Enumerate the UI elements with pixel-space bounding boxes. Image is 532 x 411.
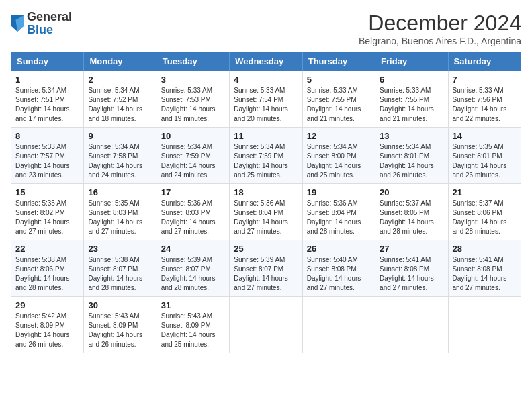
calendar-cell: 17Sunrise: 5:36 AMSunset: 8:03 PMDayligh…	[157, 184, 229, 240]
cell-content: Sunrise: 5:33 AMSunset: 7:55 PMDaylight:…	[307, 86, 371, 124]
day-number: 22	[15, 244, 79, 254]
calendar-cell: 8Sunrise: 5:33 AMSunset: 7:57 PMDaylight…	[11, 128, 84, 184]
day-number: 7	[453, 75, 517, 85]
sunset-text: Sunset: 8:04 PM	[234, 208, 298, 218]
column-header-saturday: Saturday	[448, 52, 521, 71]
month-title: December 2024	[359, 11, 521, 36]
sunrise-text: Sunrise: 5:42 AM	[15, 312, 79, 321]
cell-content: Sunrise: 5:38 AMSunset: 8:06 PMDaylight:…	[15, 255, 79, 293]
day-number: 20	[380, 187, 443, 197]
day-number: 1	[15, 75, 79, 85]
cell-content: Sunrise: 5:40 AMSunset: 8:08 PMDaylight:…	[307, 255, 371, 293]
cell-content: Sunrise: 5:34 AMSunset: 7:58 PMDaylight:…	[88, 142, 152, 180]
logo-general: General	[27, 11, 72, 24]
cell-content: Sunrise: 5:43 AMSunset: 8:09 PMDaylight:…	[88, 312, 152, 349]
sunset-text: Sunset: 7:52 PM	[88, 95, 152, 105]
sunset-text: Sunset: 7:59 PM	[234, 152, 298, 161]
calendar-cell: 22Sunrise: 5:38 AMSunset: 8:06 PMDayligh…	[11, 240, 84, 297]
daylight-text: Daylight: 14 hours and 27 minutes.	[234, 218, 298, 236]
daylight-text: Daylight: 14 hours and 28 minutes.	[307, 218, 371, 236]
sunset-text: Sunset: 8:07 PM	[161, 265, 225, 274]
calendar-cell: 4Sunrise: 5:33 AMSunset: 7:54 PMDaylight…	[230, 71, 302, 128]
daylight-text: Daylight: 14 hours and 25 minutes.	[161, 330, 225, 349]
calendar-cell: 7Sunrise: 5:33 AMSunset: 7:56 PMDaylight…	[448, 71, 521, 128]
calendar-cell: 12Sunrise: 5:34 AMSunset: 8:00 PMDayligh…	[302, 128, 375, 184]
day-number: 3	[161, 75, 225, 85]
sunrise-text: Sunrise: 5:36 AM	[307, 199, 371, 208]
daylight-text: Daylight: 14 hours and 27 minutes.	[88, 218, 152, 236]
sunset-text: Sunset: 7:53 PM	[161, 95, 225, 105]
daylight-text: Daylight: 14 hours and 28 minutes.	[380, 218, 443, 236]
sunrise-text: Sunrise: 5:41 AM	[380, 255, 443, 265]
sunset-text: Sunset: 8:08 PM	[453, 265, 517, 274]
sunrise-text: Sunrise: 5:33 AM	[161, 86, 225, 95]
sunset-text: Sunset: 8:08 PM	[307, 265, 371, 274]
day-number: 31	[161, 300, 225, 310]
column-header-thursday: Thursday	[302, 52, 375, 71]
sunset-text: Sunset: 8:09 PM	[15, 321, 79, 330]
cell-content: Sunrise: 5:41 AMSunset: 8:08 PMDaylight:…	[453, 255, 517, 293]
sunset-text: Sunset: 8:01 PM	[453, 152, 517, 161]
calendar-cell: 1Sunrise: 5:34 AMSunset: 7:51 PMDaylight…	[11, 71, 84, 128]
calendar-cell: 15Sunrise: 5:35 AMSunset: 8:02 PMDayligh…	[11, 184, 84, 240]
cell-content: Sunrise: 5:33 AMSunset: 7:55 PMDaylight:…	[380, 86, 443, 124]
cell-content: Sunrise: 5:41 AMSunset: 8:08 PMDaylight:…	[380, 255, 443, 293]
cell-content: Sunrise: 5:37 AMSunset: 8:05 PMDaylight:…	[380, 199, 443, 236]
day-number: 15	[15, 187, 79, 197]
sunrise-text: Sunrise: 5:33 AM	[15, 142, 79, 152]
calendar-cell: 10Sunrise: 5:34 AMSunset: 7:59 PMDayligh…	[157, 128, 229, 184]
calendar-cell: 19Sunrise: 5:36 AMSunset: 8:04 PMDayligh…	[302, 184, 375, 240]
calendar-cell: 14Sunrise: 5:35 AMSunset: 8:01 PMDayligh…	[448, 128, 521, 184]
calendar-cell	[230, 297, 302, 353]
sunset-text: Sunset: 8:06 PM	[15, 265, 79, 274]
sunrise-text: Sunrise: 5:38 AM	[15, 255, 79, 265]
page-header: General Blue December 2024 Belgrano, Bue…	[11, 11, 521, 46]
cell-content: Sunrise: 5:34 AMSunset: 7:59 PMDaylight:…	[234, 142, 298, 180]
day-number: 29	[15, 300, 79, 310]
calendar-cell	[302, 297, 375, 353]
calendar-cell: 25Sunrise: 5:39 AMSunset: 8:07 PMDayligh…	[230, 240, 302, 297]
daylight-text: Daylight: 14 hours and 21 minutes.	[307, 105, 371, 124]
daylight-text: Daylight: 14 hours and 28 minutes.	[88, 274, 152, 293]
calendar-cell: 20Sunrise: 5:37 AMSunset: 8:05 PMDayligh…	[375, 184, 448, 240]
sunset-text: Sunset: 8:01 PM	[380, 152, 443, 161]
sunset-text: Sunset: 7:59 PM	[161, 152, 225, 161]
cell-content: Sunrise: 5:33 AMSunset: 7:56 PMDaylight:…	[453, 86, 517, 124]
calendar-week-1: 1Sunrise: 5:34 AMSunset: 7:51 PMDaylight…	[11, 71, 521, 128]
day-number: 17	[161, 187, 225, 197]
sunrise-text: Sunrise: 5:33 AM	[380, 86, 443, 95]
calendar-cell: 23Sunrise: 5:38 AMSunset: 8:07 PMDayligh…	[84, 240, 157, 297]
column-header-wednesday: Wednesday	[230, 52, 302, 71]
day-number: 10	[161, 131, 225, 141]
sunset-text: Sunset: 8:07 PM	[234, 265, 298, 274]
sunrise-text: Sunrise: 5:41 AM	[453, 255, 517, 265]
day-number: 25	[234, 244, 298, 254]
daylight-text: Daylight: 14 hours and 17 minutes.	[15, 105, 79, 124]
sunrise-text: Sunrise: 5:38 AM	[88, 255, 152, 265]
sunrise-text: Sunrise: 5:37 AM	[380, 199, 443, 208]
daylight-text: Daylight: 14 hours and 24 minutes.	[161, 161, 225, 180]
day-number: 27	[380, 244, 443, 254]
sunrise-text: Sunrise: 5:39 AM	[161, 255, 225, 265]
calendar-cell	[375, 297, 448, 353]
sunset-text: Sunset: 7:57 PM	[15, 152, 79, 161]
sunset-text: Sunset: 8:09 PM	[161, 321, 225, 330]
daylight-text: Daylight: 14 hours and 27 minutes.	[15, 218, 79, 236]
day-number: 8	[15, 131, 79, 141]
cell-content: Sunrise: 5:37 AMSunset: 8:06 PMDaylight:…	[453, 199, 517, 236]
daylight-text: Daylight: 14 hours and 27 minutes.	[380, 274, 443, 293]
sunrise-text: Sunrise: 5:35 AM	[88, 199, 152, 208]
cell-content: Sunrise: 5:34 AMSunset: 8:00 PMDaylight:…	[307, 142, 371, 180]
calendar-cell: 26Sunrise: 5:40 AMSunset: 8:08 PMDayligh…	[302, 240, 375, 297]
calendar-cell: 29Sunrise: 5:42 AMSunset: 8:09 PMDayligh…	[11, 297, 84, 353]
cell-content: Sunrise: 5:34 AMSunset: 8:01 PMDaylight:…	[380, 142, 443, 180]
daylight-text: Daylight: 14 hours and 27 minutes.	[161, 218, 225, 236]
day-number: 28	[453, 244, 517, 254]
column-header-friday: Friday	[375, 52, 448, 71]
day-number: 24	[161, 244, 225, 254]
sunrise-text: Sunrise: 5:36 AM	[161, 199, 225, 208]
day-number: 14	[453, 131, 517, 141]
sunrise-text: Sunrise: 5:35 AM	[453, 142, 517, 152]
day-number: 6	[380, 75, 443, 85]
day-number: 16	[88, 187, 152, 197]
